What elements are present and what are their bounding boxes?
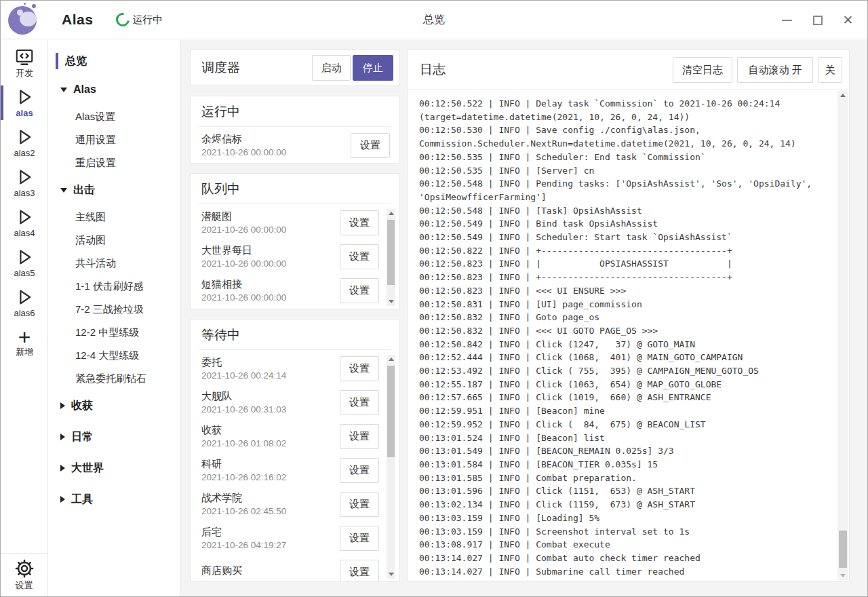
menu-item-12-4[interactable]: 12-4 大型练级	[48, 344, 180, 367]
running-title: 运行中	[201, 103, 240, 126]
menu-item-restart-settings[interactable]: 重启设置	[48, 151, 180, 174]
task-row: 后宅 2021-10-26 04:19:27 设置	[191, 521, 399, 555]
task-settings-button[interactable]: 设置	[340, 390, 379, 415]
chevron-right-icon	[60, 402, 65, 409]
menu-item-event-map[interactable]: 活动图	[48, 229, 180, 252]
maximize-button[interactable]	[802, 1, 833, 39]
task-name: 后宅	[201, 526, 340, 539]
sidebar-instance-alas3[interactable]: alas3	[1, 163, 48, 202]
task-name: 大世界每日	[201, 244, 340, 257]
log-title: 日志	[420, 61, 446, 79]
task-settings-button[interactable]: 设置	[340, 210, 379, 235]
menu-item-general-settings[interactable]: 通用设置	[48, 128, 180, 151]
task-settings-button[interactable]: 设置	[340, 424, 379, 449]
stop-button[interactable]: 停止	[353, 55, 393, 81]
active-indicator	[1, 85, 3, 120]
sidebar-instance-alas5[interactable]: alas5	[1, 244, 48, 282]
task-time: 2021-10-26 00:00:00	[201, 225, 340, 235]
log-scrollbar[interactable]	[837, 91, 848, 580]
scrollbar-thumb[interactable]	[839, 531, 847, 568]
task-settings-button[interactable]: 设置	[340, 458, 379, 483]
log-card: 日志 清空日志 自动滚动 开 关 00:12:50.522 | INFO | D…	[407, 50, 850, 581]
clear-log-button[interactable]: 清空日志	[673, 57, 732, 83]
task-time: 2021-10-26 02:16:02	[201, 472, 340, 482]
scroll-down-button[interactable]	[387, 570, 395, 579]
menu-group-daily[interactable]: 日常	[48, 421, 180, 452]
close-button[interactable]: ✕	[833, 1, 863, 39]
menu-group-tools[interactable]: 工具	[48, 484, 180, 515]
task-time: 2021-10-26 00:00:00	[201, 258, 340, 269]
menu-item-7-2[interactable]: 7-2 三战捡垃圾	[48, 298, 180, 321]
task-settings-button[interactable]: 设置	[340, 356, 379, 381]
pending-scrollbar[interactable]	[387, 209, 395, 306]
start-button[interactable]: 启动	[312, 55, 351, 81]
sidebar-instance-alas4[interactable]: alas4	[1, 204, 48, 242]
waiting-scrollbar[interactable]	[387, 355, 395, 579]
title-bar: Alas 运行中 总览 ✕	[1, 1, 867, 39]
scheduler-title: 调度器	[201, 59, 240, 77]
menu-item-overview[interactable]: 总览	[48, 48, 180, 74]
task-name: 大舰队	[201, 390, 340, 403]
menu-group-sortie[interactable]: 出击	[48, 174, 180, 206]
menu-item-alas-settings[interactable]: Alas设置	[48, 105, 180, 128]
sidebar-instance-alas[interactable]: alas	[1, 83, 48, 122]
menu-item-label: 总览	[65, 54, 87, 69]
maximize-icon	[813, 16, 823, 25]
scroll-up-button[interactable]	[837, 91, 848, 100]
sidebar-instance-alas2[interactable]: alas2	[1, 123, 48, 162]
play-icon	[14, 167, 35, 187]
task-settings-button[interactable]: 设置	[340, 244, 379, 269]
scrollbar-thumb[interactable]	[387, 366, 395, 457]
menu-item-12-2[interactable]: 12-2 中型练级	[48, 321, 180, 344]
scroll-up-button[interactable]	[387, 355, 395, 364]
chevron-down-icon	[60, 188, 67, 193]
task-name: 收获	[201, 424, 340, 437]
menu-sidebar: 总览 Alas Alas设置 通用设置 重启设置 出击 主线图 活动图 共斗活动…	[48, 40, 180, 596]
menu-group-reward[interactable]: 收获	[48, 390, 180, 421]
task-settings-button[interactable]: 设置	[340, 526, 379, 551]
scroll-down-button[interactable]	[387, 297, 395, 306]
instance-label: alas6	[14, 309, 35, 318]
scroll-down-button[interactable]	[837, 571, 848, 580]
instance-label: alas3	[14, 189, 35, 198]
menu-group-label: 日常	[71, 430, 93, 444]
autoscroll-on-button[interactable]: 自动滚动 开	[737, 57, 813, 83]
minimize-button[interactable]	[772, 1, 802, 39]
task-row: 委托 2021-10-26 00:24:14 设置	[191, 351, 399, 385]
menu-group-label: 大世界	[71, 461, 104, 476]
menu-item-coop-event[interactable]: 共斗活动	[48, 252, 180, 275]
plus-icon: +	[18, 328, 31, 346]
task-row: 收获 2021-10-26 01:08:02 设置	[191, 419, 399, 453]
task-name: 战术学院	[201, 492, 340, 505]
scheduler-card: 调度器 启动 停止	[190, 50, 400, 86]
log-body[interactable]: 00:12:50.522 | INFO | Delay task `Commis…	[408, 91, 837, 580]
chevron-down-icon	[60, 88, 67, 92]
triangle-up-icon	[840, 94, 846, 97]
task-name: 商店购买	[201, 564, 340, 577]
sidebar-instance-alas6[interactable]: alas6	[1, 284, 48, 322]
waiting-task-list: 委托 2021-10-26 00:24:14 设置 大舰队 2021-10-26…	[191, 351, 399, 581]
running-status-label: 运行中	[132, 14, 163, 26]
scrollbar-thumb[interactable]	[387, 220, 395, 285]
menu-item-urgent-commission[interactable]: 紧急委托刷钻石	[48, 367, 180, 390]
task-row: 潜艇图 2021-10-26 00:00:00 设置	[191, 206, 399, 239]
add-instance-button[interactable]: + 新增	[1, 324, 48, 362]
gear-icon	[14, 558, 35, 579]
task-settings-button[interactable]: 设置	[340, 278, 379, 303]
menu-item-main-map[interactable]: 主线图	[48, 206, 180, 229]
autoscroll-off-button[interactable]: 关	[818, 57, 842, 83]
scroll-up-button[interactable]	[387, 209, 395, 218]
task-settings-button[interactable]: 设置	[340, 560, 379, 581]
sidebar-item-dev[interactable]: 开发	[1, 43, 48, 82]
menu-group-opsi[interactable]: 大世界	[48, 452, 180, 484]
menu-group-label: 收获	[71, 399, 93, 413]
task-time: 2021-10-26 00:00:00	[201, 147, 351, 157]
menu-item-1-1[interactable]: 1-1 伏击刷好感	[48, 275, 180, 298]
menu-group-alas[interactable]: Alas	[48, 74, 180, 105]
triangle-up-icon	[389, 358, 394, 361]
task-row: 余烬信标 2021-10-26 00:00:00 设置	[191, 128, 399, 162]
sidebar-settings-button[interactable]: 设置	[1, 553, 47, 596]
task-settings-button[interactable]: 设置	[351, 133, 390, 158]
task-settings-button[interactable]: 设置	[340, 492, 379, 517]
task-name: 科研	[201, 458, 340, 471]
